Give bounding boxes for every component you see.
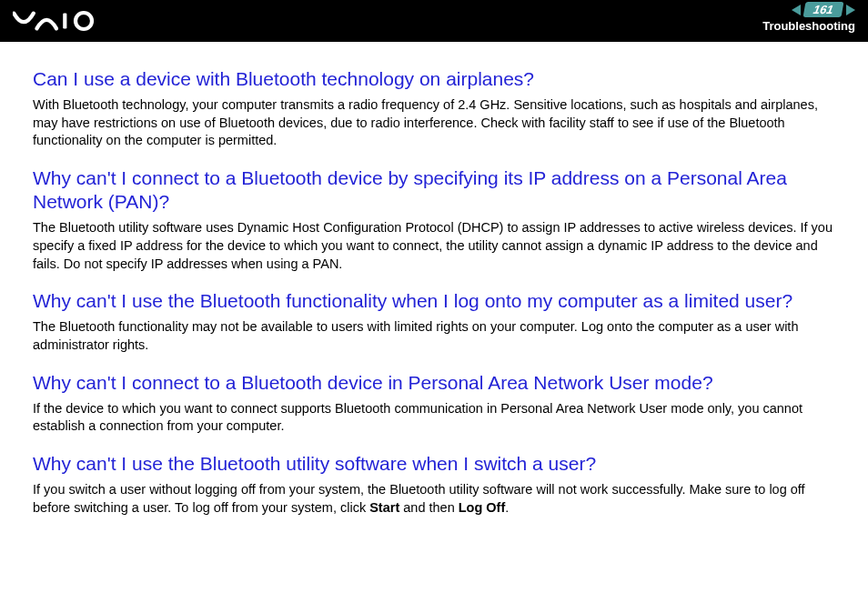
svg-rect-0 — [63, 14, 66, 29]
document-body: Can I use a device with Bluetooth techno… — [0, 42, 868, 533]
page-number: 161 — [803, 2, 844, 17]
faq-answer: The Bluetooth functionality may not be a… — [33, 318, 835, 354]
faq-question: Why can't I connect to a Bluetooth devic… — [33, 166, 835, 215]
faq-answer: With Bluetooth technology, your computer… — [33, 96, 835, 150]
answer-text: and then — [399, 500, 459, 515]
faq-question: Can I use a device with Bluetooth techno… — [33, 67, 835, 91]
faq-question: Why can't I use the Bluetooth utility so… — [33, 452, 835, 476]
ui-reference: Start — [369, 500, 399, 515]
faq-question: Why can't I use the Bluetooth functional… — [33, 289, 835, 313]
faq-answer: If you switch a user without logging off… — [33, 481, 835, 517]
faq-question: Why can't I connect to a Bluetooth devic… — [33, 371, 835, 395]
next-page-icon[interactable] — [846, 5, 855, 15]
svg-point-1 — [76, 13, 92, 29]
ui-reference: Log Off — [459, 500, 506, 515]
header-bar: 161 Troubleshooting — [0, 0, 868, 42]
faq-answer: If the device to which you want to conne… — [33, 400, 835, 436]
prev-page-icon[interactable] — [792, 5, 801, 15]
faq-answer: The Bluetooth utility software uses Dyna… — [33, 219, 835, 273]
vaio-logo — [13, 7, 122, 35]
section-title: Troubleshooting — [762, 19, 855, 33]
answer-text: . — [505, 500, 509, 515]
page-indicator: 161 Troubleshooting — [762, 2, 855, 33]
